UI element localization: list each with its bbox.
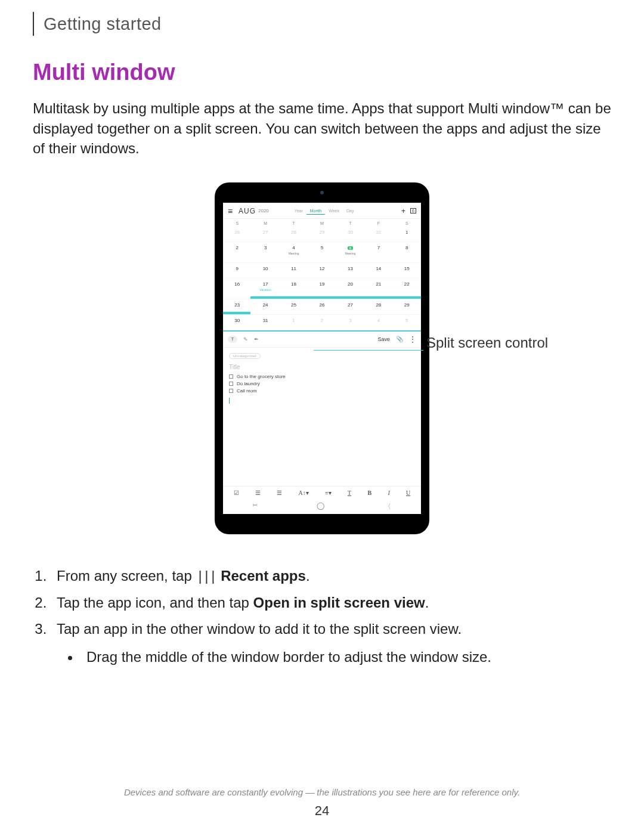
date-cell: 2 (223, 245, 251, 259)
calendar-year: 2020 (258, 208, 269, 213)
date-cell: 14 (364, 266, 392, 275)
date-cell: 16 (223, 281, 251, 296)
date-cell: 28 (280, 230, 308, 239)
dow: T (280, 221, 308, 225)
page-title: Multi window (33, 60, 611, 85)
bullet-list-icon: ☰ (277, 490, 282, 496)
section-header: Getting started (33, 12, 611, 36)
recents-nav-icon: ⎶ (253, 501, 257, 512)
date-cell: 30 (336, 230, 364, 239)
date-cell: 9 (223, 266, 251, 275)
steps-list: From any screen, tap | | | Recent apps. … (33, 564, 611, 670)
camera-dot (320, 191, 324, 194)
date-cell: 19 (308, 281, 336, 296)
date-cell: 1 (393, 230, 421, 239)
pen-icon: ✎ (243, 336, 248, 342)
callout-line (314, 350, 423, 351)
disclaimer: Devices and software are constantly evol… (0, 787, 644, 797)
date-cell: 5 (393, 318, 421, 327)
format-bar: ☑ ☰ ☰ A↕▾ ≡▾ T B I U (223, 486, 421, 499)
tablet-frame: AUG 2020 Year Month Week Day + 6 S M T (215, 182, 429, 534)
date-cell: 17Vacation (251, 281, 279, 296)
date-cell: 3 (336, 318, 364, 327)
date-cell: 25 (280, 302, 308, 311)
date-cell: 6Meeting (336, 245, 364, 259)
today-icon: 6 (410, 208, 416, 213)
todo-item: Do laundry (229, 381, 415, 386)
brush-icon: ✒ (254, 336, 259, 342)
date-cell: 12 (308, 266, 336, 275)
text-mode-icon: T (228, 336, 237, 343)
align-icon: ≡▾ (325, 490, 332, 496)
date-cell: 4Meeting (280, 245, 308, 259)
step-3: Tap an app in the other window to add it… (51, 617, 611, 670)
dow: M (251, 221, 279, 225)
text-color-icon: T (348, 490, 351, 496)
date-cell: 23 (223, 302, 251, 311)
date-cell: 31 (251, 318, 279, 327)
attach-icon (396, 336, 403, 342)
date-cell: 29 (308, 230, 336, 239)
date-cell: 27 (336, 302, 364, 311)
date-cell: 1 (280, 318, 308, 327)
home-nav-icon: ◯ (317, 501, 324, 512)
illustration-wrap: AUG 2020 Year Month Week Day + 6 S M T (33, 182, 611, 540)
date-cell: 22 (393, 281, 421, 296)
date-cell: 21 (364, 281, 392, 296)
date-cell: 24 (251, 302, 279, 311)
note-title-placeholder: Title (229, 364, 415, 370)
recent-apps-icon: | | | (196, 564, 216, 589)
underline-icon: U (406, 490, 410, 496)
notes-body: Uncategorized Title Go to the grocery st… (223, 348, 421, 486)
back-nav-icon: 〈 (384, 501, 391, 512)
date-cell: 18 (280, 281, 308, 296)
text-cursor (229, 398, 230, 404)
callout-label: Split screen control (426, 335, 548, 352)
date-cell: 11 (280, 266, 308, 275)
font-size-icon: A↕▾ (299, 490, 309, 496)
date-cell: 29 (393, 302, 421, 311)
page-number: 24 (0, 803, 644, 819)
date-cell: 26 (308, 302, 336, 311)
bold-icon: B (367, 490, 371, 496)
step-2: Tap the app icon, and then tap Open in s… (51, 591, 611, 615)
step-3-sub: Drag the middle of the window border to … (80, 645, 611, 670)
date-cell: 31 (364, 230, 392, 239)
tab-day: Day (343, 208, 357, 215)
calendar-view-tabs: Year Month Week Day (291, 208, 358, 215)
date-cell: 30 (223, 318, 251, 327)
date-cell: 7 (364, 245, 392, 259)
tab-month: Month (306, 208, 325, 215)
date-cell: 20 (336, 281, 364, 296)
date-cell: 26 (223, 230, 251, 239)
step-1: From any screen, tap | | | Recent apps. (51, 564, 611, 589)
calendar-header: AUG 2020 Year Month Week Day + 6 (223, 203, 421, 219)
italic-icon: I (388, 490, 389, 496)
date-cell: 15 (393, 266, 421, 275)
dow: S (223, 221, 251, 225)
tab-week: Week (325, 208, 343, 215)
intro-paragraph: Multitask by using multiple apps at the … (33, 98, 611, 159)
date-cell: 10 (251, 266, 279, 275)
add-icon: + (401, 207, 405, 215)
numbered-list-icon: ☰ (255, 490, 261, 496)
notes-toolbar: T ✎ ✒ Save (223, 332, 421, 348)
date-cell: 3 (251, 245, 279, 259)
todo-item: Call mom (229, 388, 415, 394)
date-cell: 5 (308, 245, 336, 259)
date-cell: 13 (336, 266, 364, 275)
dow: W (308, 221, 336, 225)
tablet-screen: AUG 2020 Year Month Week Day + 6 S M T (223, 203, 421, 514)
dow: F (364, 221, 392, 225)
date-cell: 27 (251, 230, 279, 239)
checklist-icon: ☑ (234, 490, 239, 496)
android-navbar: ⎶ ◯ 〈 (223, 499, 421, 514)
tab-year: Year (291, 208, 306, 215)
hamburger-icon (228, 206, 235, 216)
save-button: Save (377, 336, 390, 342)
date-cell: 28 (364, 302, 392, 311)
calendar-month: AUG (239, 207, 256, 215)
category-chip: Uncategorized (229, 353, 261, 359)
date-cell: 2 (308, 318, 336, 327)
calendar-grid: S M T W T F S 26 27 28 29 30 31 1 (223, 219, 421, 330)
